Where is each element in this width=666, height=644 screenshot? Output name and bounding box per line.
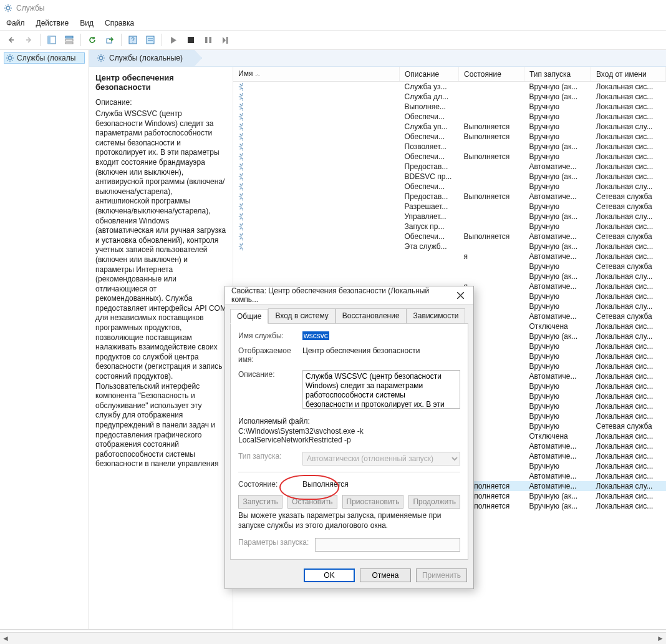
- svg-rect-15: [65, 42, 73, 44]
- service-icon: [238, 82, 243, 91]
- executable-path: C:\Windows\System32\svchost.exe -k Local…: [238, 427, 460, 444]
- pause-service-button[interactable]: [201, 32, 216, 47]
- table-row[interactable]: Служба установки устройствПозволяет...Вр…: [233, 142, 666, 152]
- pause-button: Приостановить: [342, 495, 404, 509]
- close-icon: [457, 292, 464, 299]
- table-row[interactable]: Вручную (ак...Локальная слу...: [233, 271, 666, 281]
- table-row[interactable]: Смарт-картаУправляет...Вручную (ак...Лок…: [233, 212, 666, 222]
- svg-rect-13: [65, 36, 73, 38]
- ok-button[interactable]: OK: [304, 568, 355, 582]
- detail-desc-label: Описание:: [95, 98, 226, 107]
- horizontal-scrollbar[interactable]: ◄ ►: [0, 632, 666, 644]
- svg-rect-25: [210, 37, 212, 43]
- menu-action[interactable]: Действие: [36, 19, 69, 27]
- help-button[interactable]: ?: [125, 32, 140, 47]
- start-service-button[interactable]: [166, 32, 181, 47]
- service-icon: [238, 202, 243, 211]
- view-detail-button[interactable]: [62, 32, 77, 47]
- table-row[interactable]: Служба хранилищаПредостав...Автоматиче..…: [233, 162, 666, 172]
- service-icon: [238, 112, 243, 121]
- table-row[interactable]: Службы удаленных рабочих столовРазрешает…: [233, 202, 666, 212]
- table-row[interactable]: Служба управления WindowsВыполняе...Вруч…: [233, 102, 666, 112]
- table-row[interactable]: Служба управления корпоративными пр...Об…: [233, 112, 666, 122]
- table-row[interactable]: Служба установки Microsoft StoreОбеспечи…: [233, 132, 666, 142]
- service-icon: [238, 122, 243, 131]
- display-name-value: Центр обеспечения безопасности: [302, 346, 460, 355]
- params-hint: Вы можете указать параметры запуска, при…: [238, 511, 460, 530]
- table-row[interactable]: Служба узла поставщика шифрования W...Сл…: [233, 82, 666, 92]
- properties-button[interactable]: [143, 32, 158, 47]
- service-icon: [238, 142, 243, 151]
- menu-view[interactable]: Вид: [80, 19, 94, 27]
- service-icon: [238, 132, 243, 141]
- tab-recovery[interactable]: Восстановление: [335, 308, 407, 323]
- start-button: Запустить: [238, 495, 282, 509]
- tab-dependencies[interactable]: Зависимости: [407, 308, 466, 323]
- scroll-left-icon[interactable]: ◄: [0, 633, 11, 643]
- breadcrumb: Службы (локальные): [109, 54, 183, 62]
- cancel-button[interactable]: Отмена: [360, 568, 411, 582]
- svg-rect-20: [147, 36, 154, 44]
- restart-service-button[interactable]: [218, 32, 233, 47]
- service-icon: [238, 172, 243, 181]
- services-icon: [6, 54, 14, 62]
- nav-forward-button[interactable]: [21, 32, 36, 47]
- table-row[interactable]: яАвтоматиче...Локальная сис...: [233, 251, 666, 261]
- lbl-start-params: Параметры запуска:: [238, 538, 310, 547]
- table-row[interactable]: Сохранение игр на Xbox LiveЭта служб...В…: [233, 242, 666, 251]
- nav-back-button[interactable]: [4, 32, 19, 47]
- service-icon: [238, 242, 243, 251]
- detail-desc: Служба WSCSVC (центр безопасности Window…: [95, 109, 226, 469]
- service-icon: [238, 222, 243, 231]
- svg-rect-23: [188, 37, 194, 43]
- table-row[interactable]: Сопоставитель конечных точек RPCОбеспечи…: [233, 232, 666, 242]
- svg-rect-14: [65, 39, 73, 41]
- startup-type-combo: Автоматически (отложенный запуск): [302, 452, 460, 466]
- export-button[interactable]: [102, 32, 117, 47]
- table-row[interactable]: Служба улучшения отображенияСлужба дл...…: [233, 92, 666, 102]
- table-row[interactable]: События получения неподвижных изобр...За…: [233, 222, 666, 232]
- col-logon[interactable]: Вход от имени: [591, 67, 666, 82]
- description-box[interactable]: Служба WSCSVC (центр безопасности Window…: [302, 370, 460, 409]
- col-desc[interactable]: Описание: [400, 67, 459, 82]
- app-icon: [4, 4, 12, 12]
- table-row[interactable]: Служба шифрования дисков BitLockerBDESVC…: [233, 172, 666, 182]
- refresh-button[interactable]: [85, 32, 100, 47]
- scroll-right-icon[interactable]: ►: [655, 633, 666, 643]
- table-row[interactable]: Службы криптографииПредостав...Выполняет…: [233, 192, 666, 202]
- service-icon: [238, 162, 243, 171]
- table-row[interactable]: Служба шлюза уровня приложенияОбеспечи..…: [233, 182, 666, 192]
- lbl-description: Описание:: [238, 370, 297, 379]
- col-state[interactable]: Состояние: [459, 67, 524, 82]
- window-title: Службы: [16, 4, 44, 12]
- table-row[interactable]: ВручнуюСетевая служба: [233, 261, 666, 271]
- service-icon: [238, 102, 243, 111]
- start-params-input: [315, 538, 460, 552]
- menu-help[interactable]: Справка: [105, 19, 134, 27]
- svg-rect-24: [205, 37, 208, 43]
- svg-rect-12: [48, 36, 51, 44]
- table-row[interactable]: Служба хранения данных пользователя_...О…: [233, 152, 666, 162]
- tab-logon[interactable]: Вход в систему: [268, 308, 335, 323]
- menu-file[interactable]: Файл: [6, 19, 25, 27]
- close-button[interactable]: [451, 289, 470, 301]
- lbl-executable: Исполняемый файл:: [238, 417, 460, 426]
- view-list-button[interactable]: [44, 32, 59, 47]
- col-name[interactable]: Имя︿: [233, 67, 400, 82]
- toolbar: ?: [0, 30, 666, 50]
- lbl-display-name: Отображаемое имя:: [238, 346, 297, 364]
- service-icon: [238, 152, 243, 161]
- service-icon: [238, 182, 243, 191]
- svg-rect-26: [226, 37, 228, 44]
- services-icon: [97, 54, 105, 62]
- detail-pane: Центр обеспечения безопасности Описание:…: [89, 67, 233, 629]
- stop-service-button[interactable]: [183, 32, 198, 47]
- tab-general[interactable]: Общие: [230, 309, 268, 324]
- tree-item-services-local[interactable]: Службы (локалы: [4, 52, 85, 64]
- state-value: Выполняется: [302, 480, 460, 489]
- service-name-value[interactable]: wscsvc: [302, 331, 329, 340]
- table-row[interactable]: Служба управления радиоСлужба уп...Выпол…: [233, 122, 666, 132]
- col-start[interactable]: Тип запуска: [524, 67, 591, 82]
- svg-text:?: ?: [131, 37, 135, 44]
- detail-title: Центр обеспечения безопасности: [95, 73, 226, 92]
